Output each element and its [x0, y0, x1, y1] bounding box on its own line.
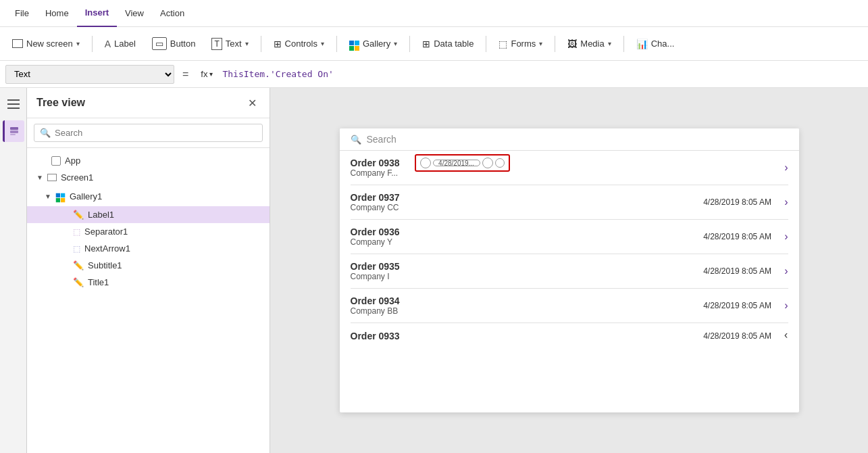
label-icon: A [105, 39, 111, 49]
table-row[interactable]: Order 0938 Company F... 4/28/2019... › [351, 151, 788, 185]
button-icon: ▭ [152, 37, 167, 50]
row-date-1: 4/28/2019 8:05 AM [703, 197, 784, 207]
text-button[interactable]: T Text ▾ [205, 32, 255, 56]
row-title-1: Order 0937 [351, 192, 704, 203]
chart-button[interactable]: 📊 Cha... [630, 32, 682, 56]
main-layout: Tree view ✕ 🔍 App ▼ Screen1 [0, 88, 868, 453]
text-icon: T [211, 38, 222, 50]
gallery-icon [349, 37, 359, 51]
nextarrow1-icon: ⬚ [73, 244, 80, 254]
row-title-2: Order 0936 [351, 226, 704, 237]
label-button[interactable]: A Label [98, 32, 143, 56]
row-subtitle-3: Company I [351, 272, 704, 281]
row-info-3: Order 0935 Company I [351, 261, 704, 281]
screen1-icon [47, 174, 57, 181]
formula-select[interactable]: Text [5, 65, 174, 84]
tree-item-separator1[interactable]: ⬚ Separator1 [27, 223, 270, 240]
divider-4 [409, 36, 410, 52]
data-table-icon: ⊞ [422, 39, 430, 49]
app-icon [51, 156, 61, 166]
row-subtitle-2: Company Y [351, 237, 704, 247]
label1-icon: ✏️ [73, 210, 84, 220]
tree-item-title1[interactable]: ✏️ Title1 [27, 274, 270, 291]
row-date-5: 4/28/2019 8:05 AM [703, 331, 784, 341]
tree-item-nextarrow1[interactable]: ⬚ NextArrow1 [27, 240, 270, 257]
controls-label: Controls [285, 39, 317, 49]
forms-button[interactable]: ⬚ Forms ▾ [492, 32, 549, 56]
row-chevron-4[interactable]: › [784, 300, 788, 312]
menu-file[interactable]: File [7, 0, 37, 27]
table-row[interactable]: Order 0933 4/28/2019 8:05 AM › [351, 323, 788, 349]
row-title-4: Order 0934 [351, 295, 704, 306]
gallery-label: Gallery [363, 39, 390, 49]
row-chevron-3[interactable]: › [784, 265, 788, 277]
gallery-list: Order 0938 Company F... 4/28/2019... › [340, 151, 799, 349]
search-input[interactable] [55, 128, 257, 138]
svg-rect-5 [10, 134, 16, 135]
subtitle1-icon: ✏️ [73, 260, 84, 270]
table-row[interactable]: Order 0934 Company BB 4/28/2019 8:05 AM … [351, 289, 788, 323]
tree-close-button[interactable]: ✕ [244, 95, 260, 111]
row-chevron-0[interactable]: › [784, 162, 788, 174]
tree-title: Tree view [36, 97, 85, 109]
table-row[interactable]: Order 0935 Company I 4/28/2019 8:05 AM › [351, 254, 788, 289]
bone-circle-extra [495, 158, 505, 168]
row-title-5: Order 0933 [351, 331, 704, 341]
tree-header: Tree view ✕ [27, 88, 270, 118]
tree-item-app[interactable]: App [27, 152, 270, 169]
label-label: Label [114, 39, 136, 49]
menu-bar: File Home Insert View Action [0, 0, 868, 27]
app-label: App [65, 156, 80, 166]
divider-6 [555, 36, 555, 52]
controls-button[interactable]: ⊞ Controls ▾ [267, 32, 331, 56]
row-subtitle-4: Company BB [351, 306, 704, 316]
button-button[interactable]: ▭ Button [145, 32, 203, 56]
new-screen-button[interactable]: New screen ▾ [5, 32, 86, 56]
button-label: Button [170, 39, 196, 49]
tree-item-screen1[interactable]: ▼ Screen1 [27, 169, 270, 186]
tree-item-gallery1[interactable]: ▼ Gallery1 [27, 186, 270, 206]
sidebar-hamburger-icon[interactable] [3, 93, 24, 115]
tree-panel: Tree view ✕ 🔍 App ▼ Screen1 [27, 88, 270, 453]
row-chevron-5[interactable]: › [784, 330, 788, 342]
data-table-label: Data table [434, 39, 474, 49]
gallery-caret: ▾ [394, 40, 397, 47]
row-chevron-2[interactable]: › [784, 231, 788, 243]
bone-circle-right [482, 158, 493, 168]
label1-label: Label1 [88, 210, 114, 220]
row-subtitle-1: Company CC [351, 203, 704, 212]
table-row[interactable]: Order 0936 Company Y 4/28/2019 8:05 AM › [351, 220, 788, 254]
canvas-search-icon: 🔍 [351, 135, 361, 145]
tree-item-subtitle1[interactable]: ✏️ Subtitle1 [27, 257, 270, 274]
formula-input[interactable] [222, 65, 863, 84]
menu-insert[interactable]: Insert [77, 0, 117, 27]
data-table-button[interactable]: ⊞ Data table [415, 32, 480, 56]
table-row[interactable]: Order 0937 Company CC 4/28/2019 8:05 AM … [351, 185, 788, 220]
formula-equals: = [180, 68, 191, 80]
screen1-label: Screen1 [61, 172, 93, 183]
text-caret: ▾ [245, 40, 249, 47]
menu-home[interactable]: Home [37, 0, 77, 27]
row-chevron-1[interactable]: › [784, 196, 788, 208]
media-button[interactable]: 🖼 Media ▾ [561, 32, 617, 56]
row-date-4: 4/28/2019 8:05 AM [703, 301, 784, 310]
row-info-2: Order 0936 Company Y [351, 226, 704, 247]
menu-action[interactable]: Action [152, 0, 193, 27]
fx-label: fx [201, 69, 207, 79]
controls-caret: ▾ [321, 40, 324, 47]
search-icon: 🔍 [40, 128, 51, 138]
svg-rect-1 [7, 103, 20, 105]
toolbar: New screen ▾ A Label ▭ Button T Text ▾ ⊞… [0, 27, 868, 61]
chart-icon: 📊 [636, 39, 648, 49]
formula-fx-button[interactable]: fx ▾ [197, 69, 217, 79]
menu-view[interactable]: View [117, 0, 152, 27]
title1-label: Title1 [88, 277, 109, 287]
sidebar-layers-icon[interactable] [3, 120, 24, 142]
new-screen-icon [12, 39, 23, 48]
canvas-area: 🔍 Search Order 0938 Company F... 4/28/20… [270, 88, 868, 453]
gallery-button[interactable]: Gallery ▾ [342, 32, 404, 56]
divider-7 [623, 36, 624, 52]
forms-caret: ▾ [539, 40, 542, 47]
app-canvas: 🔍 Search Order 0938 Company F... 4/28/20… [340, 128, 799, 412]
tree-item-label1[interactable]: ✏️ Label1 [27, 206, 270, 223]
